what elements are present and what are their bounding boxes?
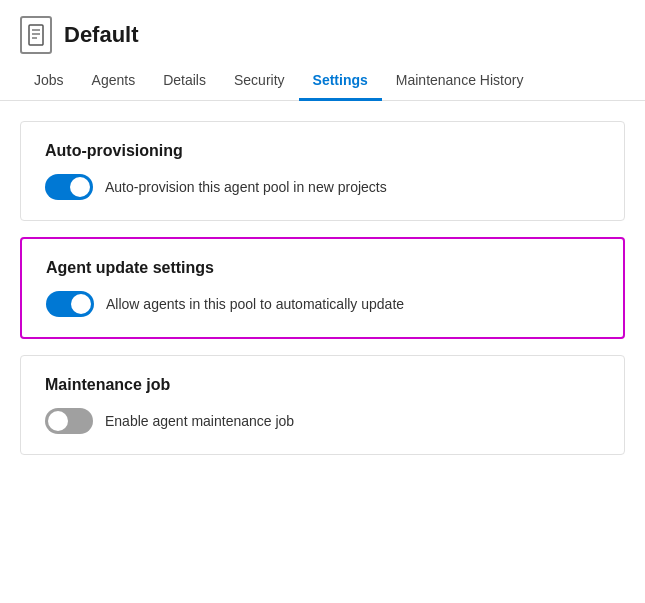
maintenance-label: Enable agent maintenance job: [105, 413, 294, 429]
tab-maintenance-history[interactable]: Maintenance History: [382, 62, 538, 101]
header: Default: [0, 0, 645, 62]
page-title: Default: [64, 22, 139, 48]
agent-update-card: Agent update settings Allow agents in th…: [20, 237, 625, 339]
auto-provision-row: Auto-provision this agent pool in new pr…: [45, 174, 600, 200]
nav-tabs: Jobs Agents Details Security Settings Ma…: [0, 62, 645, 101]
content: Auto-provisioning Auto-provision this ag…: [0, 101, 645, 475]
maintenance-job-title: Maintenance job: [45, 376, 600, 394]
tab-security[interactable]: Security: [220, 62, 299, 101]
page-container: Default Jobs Agents Details Security Set…: [0, 0, 645, 603]
auto-update-row: Allow agents in this pool to automatical…: [46, 291, 599, 317]
auto-provision-toggle[interactable]: [45, 174, 93, 200]
auto-update-label: Allow agents in this pool to automatical…: [106, 296, 404, 312]
tab-settings[interactable]: Settings: [299, 62, 382, 101]
auto-update-toggle[interactable]: [46, 291, 94, 317]
auto-provisioning-card: Auto-provisioning Auto-provision this ag…: [20, 121, 625, 221]
maintenance-toggle-row: Enable agent maintenance job: [45, 408, 600, 434]
agent-update-title: Agent update settings: [46, 259, 599, 277]
maintenance-job-card: Maintenance job Enable agent maintenance…: [20, 355, 625, 455]
tab-jobs[interactable]: Jobs: [20, 62, 78, 101]
svg-rect-0: [29, 25, 43, 45]
tab-agents[interactable]: Agents: [78, 62, 150, 101]
auto-provision-label: Auto-provision this agent pool in new pr…: [105, 179, 387, 195]
auto-provisioning-title: Auto-provisioning: [45, 142, 600, 160]
header-icon: [20, 16, 52, 54]
maintenance-toggle[interactable]: [45, 408, 93, 434]
tab-details[interactable]: Details: [149, 62, 220, 101]
